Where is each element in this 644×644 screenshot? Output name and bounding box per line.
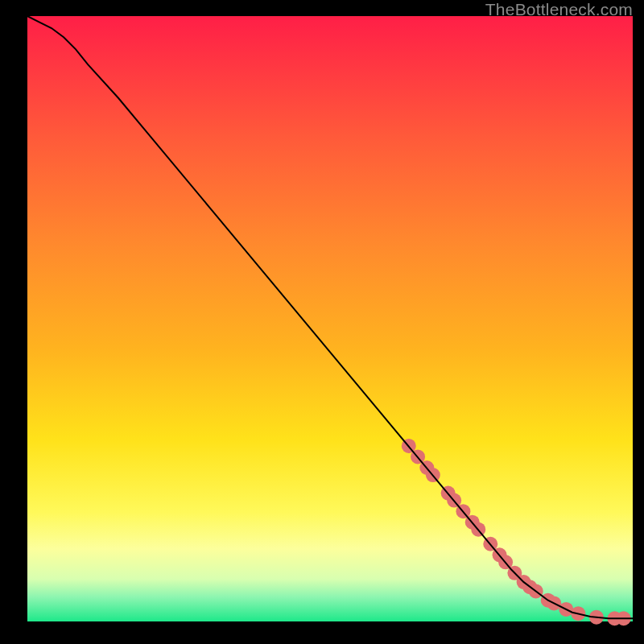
plot-area [27, 16, 633, 621]
bottleneck-curve [27, 16, 633, 618]
marker-layer [402, 439, 631, 625]
chart-svg [27, 16, 633, 621]
chart-frame: TheBottleneck.com [0, 0, 644, 644]
